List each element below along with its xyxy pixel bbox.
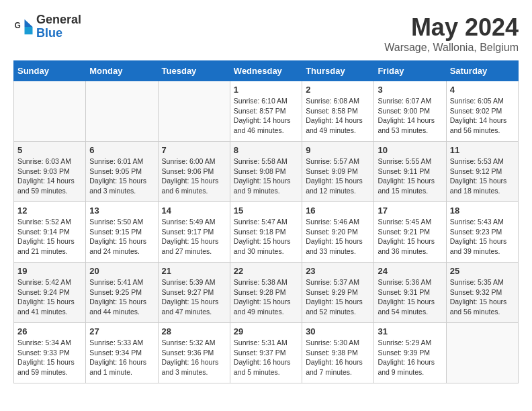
calendar-cell: 3Sunrise: 6:07 AM Sunset: 9:00 PM Daylig… — [374, 81, 446, 142]
day-number: 4 — [450, 85, 515, 95]
calendar-cell: 9Sunrise: 5:57 AM Sunset: 9:09 PM Daylig… — [302, 142, 374, 202]
day-info: Sunrise: 5:45 AM Sunset: 9:21 PM Dayligh… — [378, 217, 442, 257]
calendar-cell: 12Sunrise: 5:52 AM Sunset: 9:14 PM Dayli… — [14, 202, 86, 263]
calendar-cell — [86, 81, 158, 142]
calendar-cell: 8Sunrise: 5:58 AM Sunset: 9:08 PM Daylig… — [230, 142, 302, 202]
day-number: 22 — [234, 266, 298, 276]
calendar-cell — [446, 323, 518, 383]
day-info: Sunrise: 6:08 AM Sunset: 8:58 PM Dayligh… — [306, 96, 370, 136]
day-info: Sunrise: 5:38 AM Sunset: 9:28 PM Dayligh… — [234, 277, 298, 317]
day-number: 11 — [450, 145, 515, 155]
day-number: 12 — [17, 205, 82, 216]
calendar-cell: 22Sunrise: 5:38 AM Sunset: 9:28 PM Dayli… — [230, 263, 302, 323]
svg-marker-2 — [25, 27, 33, 34]
day-info: Sunrise: 5:34 AM Sunset: 9:33 PM Dayligh… — [17, 338, 82, 377]
day-number: 31 — [378, 326, 442, 336]
calendar-cell: 30Sunrise: 5:30 AM Sunset: 9:38 PM Dayli… — [302, 323, 374, 383]
day-info: Sunrise: 5:46 AM Sunset: 9:20 PM Dayligh… — [306, 217, 370, 257]
calendar-cell: 14Sunrise: 5:49 AM Sunset: 9:17 PM Dayli… — [158, 202, 230, 263]
calendar-cell: 28Sunrise: 5:32 AM Sunset: 9:36 PM Dayli… — [158, 323, 230, 383]
day-info: Sunrise: 6:03 AM Sunset: 9:03 PM Dayligh… — [17, 156, 82, 196]
logo: G General Blue — [13, 13, 81, 40]
day-info: Sunrise: 5:35 AM Sunset: 9:32 PM Dayligh… — [450, 277, 515, 317]
day-number: 24 — [378, 266, 442, 276]
day-number: 9 — [306, 145, 370, 155]
calendar-cell — [14, 81, 86, 142]
svg-marker-1 — [25, 19, 33, 27]
day-number: 8 — [234, 145, 298, 155]
day-info: Sunrise: 5:55 AM Sunset: 9:11 PM Dayligh… — [378, 156, 442, 196]
calendar-cell: 7Sunrise: 6:00 AM Sunset: 9:06 PM Daylig… — [158, 142, 230, 202]
calendar-cell: 25Sunrise: 5:35 AM Sunset: 9:32 PM Dayli… — [446, 263, 518, 323]
day-number: 3 — [378, 85, 442, 95]
calendar-table: SundayMondayTuesdayWednesdayThursdayFrid… — [13, 60, 519, 383]
day-info: Sunrise: 5:37 AM Sunset: 9:29 PM Dayligh… — [306, 277, 370, 317]
day-info: Sunrise: 5:29 AM Sunset: 9:39 PM Dayligh… — [378, 338, 442, 377]
calendar-cell: 18Sunrise: 5:43 AM Sunset: 9:23 PM Dayli… — [446, 202, 518, 263]
day-header-sunday: Sunday — [14, 61, 86, 81]
day-number: 28 — [162, 326, 226, 336]
day-info: Sunrise: 5:57 AM Sunset: 9:09 PM Dayligh… — [306, 156, 370, 196]
day-info: Sunrise: 5:58 AM Sunset: 9:08 PM Dayligh… — [234, 156, 298, 196]
day-number: 5 — [17, 145, 82, 155]
day-info: Sunrise: 5:39 AM Sunset: 9:27 PM Dayligh… — [162, 277, 226, 317]
day-number: 26 — [17, 326, 82, 336]
day-info: Sunrise: 6:10 AM Sunset: 8:57 PM Dayligh… — [234, 96, 298, 136]
calendar-cell: 1Sunrise: 6:10 AM Sunset: 8:57 PM Daylig… — [230, 81, 302, 142]
calendar-cell: 27Sunrise: 5:33 AM Sunset: 9:34 PM Dayli… — [86, 323, 158, 383]
day-number: 13 — [89, 205, 154, 216]
day-number: 7 — [162, 145, 226, 155]
day-number: 10 — [378, 145, 442, 155]
calendar-cell: 29Sunrise: 5:31 AM Sunset: 9:37 PM Dayli… — [230, 323, 302, 383]
day-info: Sunrise: 5:31 AM Sunset: 9:37 PM Dayligh… — [234, 338, 298, 377]
day-header-friday: Friday — [374, 61, 446, 81]
day-info: Sunrise: 5:41 AM Sunset: 9:25 PM Dayligh… — [89, 277, 154, 317]
day-number: 15 — [234, 205, 298, 216]
day-header-monday: Monday — [86, 61, 158, 81]
month-title: May 2024 — [384, 13, 519, 42]
calendar-week-5: 26Sunrise: 5:34 AM Sunset: 9:33 PM Dayli… — [14, 323, 519, 383]
logo-general: General — [36, 13, 81, 26]
calendar-cell: 31Sunrise: 5:29 AM Sunset: 9:39 PM Dayli… — [374, 323, 446, 383]
day-info: Sunrise: 5:43 AM Sunset: 9:23 PM Dayligh… — [450, 217, 515, 257]
calendar-cell: 11Sunrise: 5:53 AM Sunset: 9:12 PM Dayli… — [446, 142, 518, 202]
day-number: 14 — [162, 205, 226, 216]
day-info: Sunrise: 5:53 AM Sunset: 9:12 PM Dayligh… — [450, 156, 515, 196]
calendar-cell: 15Sunrise: 5:47 AM Sunset: 9:18 PM Dayli… — [230, 202, 302, 263]
day-number: 30 — [306, 326, 370, 336]
day-number: 18 — [450, 205, 515, 216]
calendar-cell: 26Sunrise: 5:34 AM Sunset: 9:33 PM Dayli… — [14, 323, 86, 383]
day-header-wednesday: Wednesday — [230, 61, 302, 81]
day-info: Sunrise: 6:00 AM Sunset: 9:06 PM Dayligh… — [162, 156, 226, 196]
calendar-cell: 19Sunrise: 5:42 AM Sunset: 9:24 PM Dayli… — [14, 263, 86, 323]
title-block: May 2024 Warsage, Wallonia, Belgium — [384, 13, 519, 54]
calendar-week-4: 19Sunrise: 5:42 AM Sunset: 9:24 PM Dayli… — [14, 263, 519, 323]
day-info: Sunrise: 5:50 AM Sunset: 9:15 PM Dayligh… — [89, 217, 154, 257]
day-info: Sunrise: 5:49 AM Sunset: 9:17 PM Dayligh… — [162, 217, 226, 257]
day-info: Sunrise: 5:52 AM Sunset: 9:14 PM Dayligh… — [17, 217, 82, 257]
calendar-header-row: SundayMondayTuesdayWednesdayThursdayFrid… — [14, 61, 519, 81]
day-number: 20 — [89, 266, 154, 276]
day-header-thursday: Thursday — [302, 61, 374, 81]
day-info: Sunrise: 6:01 AM Sunset: 9:05 PM Dayligh… — [89, 156, 154, 196]
day-info: Sunrise: 5:33 AM Sunset: 9:34 PM Dayligh… — [89, 338, 154, 377]
page-header: G General Blue May 2024 Warsage, Walloni… — [13, 13, 519, 54]
calendar-cell: 16Sunrise: 5:46 AM Sunset: 9:20 PM Dayli… — [302, 202, 374, 263]
day-number: 16 — [306, 205, 370, 216]
day-info: Sunrise: 6:05 AM Sunset: 9:02 PM Dayligh… — [450, 96, 515, 136]
day-info: Sunrise: 5:47 AM Sunset: 9:18 PM Dayligh… — [234, 217, 298, 257]
calendar-week-3: 12Sunrise: 5:52 AM Sunset: 9:14 PM Dayli… — [14, 202, 519, 263]
calendar-cell — [158, 81, 230, 142]
logo-icon: G — [13, 17, 34, 37]
day-number: 23 — [306, 266, 370, 276]
location-subtitle: Warsage, Wallonia, Belgium — [384, 42, 519, 54]
day-number: 2 — [306, 85, 370, 95]
day-info: Sunrise: 5:36 AM Sunset: 9:31 PM Dayligh… — [378, 277, 442, 317]
calendar-cell: 6Sunrise: 6:01 AM Sunset: 9:05 PM Daylig… — [86, 142, 158, 202]
calendar-cell: 2Sunrise: 6:08 AM Sunset: 8:58 PM Daylig… — [302, 81, 374, 142]
day-number: 1 — [234, 85, 298, 95]
calendar-cell: 23Sunrise: 5:37 AM Sunset: 9:29 PM Dayli… — [302, 263, 374, 323]
calendar-cell: 17Sunrise: 5:45 AM Sunset: 9:21 PM Dayli… — [374, 202, 446, 263]
day-number: 21 — [162, 266, 226, 276]
day-header-tuesday: Tuesday — [158, 61, 230, 81]
